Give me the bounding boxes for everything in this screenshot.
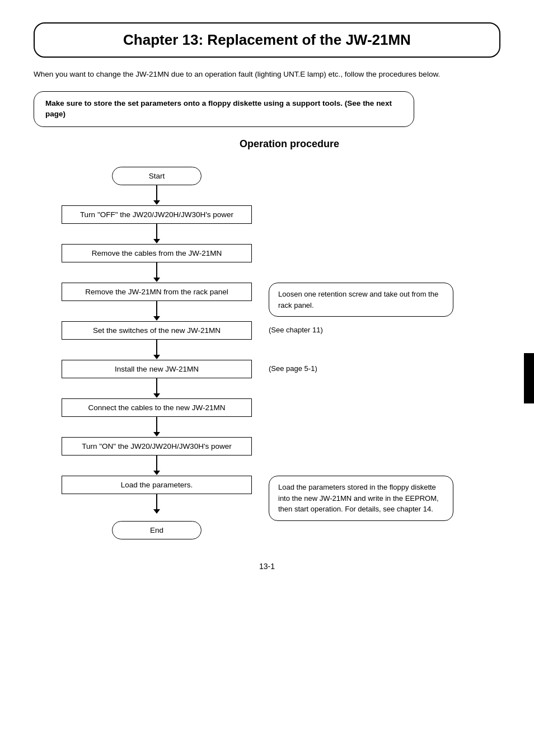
step4-node: Set the switches of the new JW-21MN [62, 321, 252, 340]
intro-text: When you want to change the JW-21MN due … [34, 69, 500, 80]
arrow-0 [156, 185, 157, 201]
black-tab [524, 353, 534, 403]
arrow-8 [156, 494, 157, 510]
flow-item-step7: Turn "ON" the JW20/JW20H/JW30H's power [56, 437, 515, 476]
flowchart: Start Turn "OFF" the JW20/JW20H/JW30H's … [56, 167, 515, 539]
flow-item-step3: Remove the JW-21MN from the rack panel L… [56, 283, 515, 321]
arrow-1 [156, 224, 157, 240]
flow-item-step5: Install the new JW-21MN (See page 5-1) [56, 360, 515, 398]
note-box: Make sure to store the set parameters on… [34, 91, 414, 127]
step5-side-note: (See page 5-1) [269, 360, 317, 374]
flow-main-col-start: Start [56, 167, 257, 205]
flow-item-end: End [56, 521, 515, 539]
chapter-title-box: Chapter 13: Replacement of the JW-21MN [34, 22, 500, 58]
page-number: 13-1 [34, 562, 500, 571]
step1-node: Turn "OFF" the JW20/JW20H/JW30H's power [62, 205, 252, 224]
flow-item-step2: Remove the cables from the JW-21MN [56, 244, 515, 283]
page: Chapter 13: Replacement of the JW-21MN W… [0, 0, 534, 756]
flow-item-step6: Connect the cables to the new JW-21MN [56, 398, 515, 437]
end-node: End [112, 521, 202, 539]
flow-main-col-end: End [56, 521, 257, 539]
flow-main-col-2: Remove the cables from the JW-21MN [56, 244, 257, 283]
step2-node: Remove the cables from the JW-21MN [62, 244, 252, 262]
flow-main-col-3: Remove the JW-21MN from the rack panel [56, 283, 257, 321]
flow-main-col-7: Turn "ON" the JW20/JW20H/JW30H's power [56, 437, 257, 476]
step5-node: Install the new JW-21MN [62, 360, 252, 378]
start-node: Start [112, 167, 202, 185]
note-text: Make sure to store the set parameters on… [45, 99, 392, 118]
flow-item-start: Start [56, 167, 515, 205]
step6-node: Connect the cables to the new JW-21MN [62, 398, 252, 417]
arrow-2 [156, 262, 157, 278]
section-title: Operation procedure [78, 138, 500, 150]
step8-side-note: Load the parameters stored in the floppy… [269, 476, 453, 521]
flow-main-col-8: Load the parameters. [56, 476, 257, 514]
arrow-6 [156, 417, 157, 433]
flow-item-step8: Load the parameters. Load the parameters… [56, 476, 515, 521]
arrow-4 [156, 340, 157, 355]
arrow-3 [156, 301, 157, 317]
flow-main-col-1: Turn "OFF" the JW20/JW20H/JW30H's power [56, 205, 257, 244]
chapter-title: Chapter 13: Replacement of the JW-21MN [51, 31, 483, 49]
flow-item-step1: Turn "OFF" the JW20/JW20H/JW30H's power [56, 205, 515, 244]
flow-main-col-6: Connect the cables to the new JW-21MN [56, 398, 257, 437]
step4-side-note: (See chapter 11) [269, 321, 323, 336]
step3-node: Remove the JW-21MN from the rack panel [62, 283, 252, 301]
flow-main-col-5: Install the new JW-21MN [56, 360, 257, 398]
arrow-5 [156, 378, 157, 394]
flow-main-col-4: Set the switches of the new JW-21MN [56, 321, 257, 360]
step3-side-note: Loosen one retention screw and take out … [269, 283, 453, 317]
step8-node: Load the parameters. [62, 476, 252, 494]
step7-node: Turn "ON" the JW20/JW20H/JW30H's power [62, 437, 252, 456]
flow-item-step4: Set the switches of the new JW-21MN (See… [56, 321, 515, 360]
arrow-7 [156, 456, 157, 471]
